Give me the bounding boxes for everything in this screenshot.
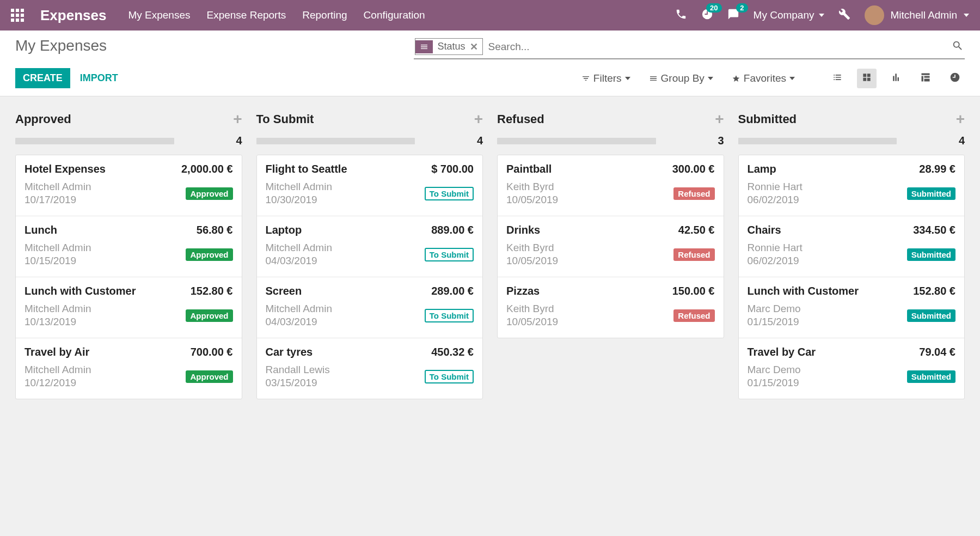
status-badge: Submitted	[907, 309, 955, 322]
groupby-facet-icon	[415, 40, 433, 53]
expense-card[interactable]: Car tyres 450.32 € Randall Lewis 03/15/2…	[257, 338, 483, 399]
status-badge: To Submit	[425, 187, 474, 200]
card-amount: 28.99 €	[919, 163, 955, 175]
expense-card[interactable]: Paintball 300.00 € Keith Byrd 10/05/2019…	[498, 155, 724, 216]
search-input[interactable]	[483, 39, 952, 55]
menu-expense-reports[interactable]: Expense Reports	[206, 9, 286, 21]
expense-card[interactable]: Lunch with Customer 152.80 € Mitchell Ad…	[16, 277, 242, 338]
status-badge: Approved	[186, 187, 232, 200]
search-icon[interactable]	[952, 40, 964, 54]
card-amount: 79.04 €	[919, 346, 955, 358]
expense-card[interactable]: Drinks 42.50 € Keith Byrd 10/05/2019 Ref…	[498, 216, 724, 277]
status-badge: To Submit	[425, 370, 474, 383]
card-amount: 56.80 €	[197, 224, 233, 236]
column-progress[interactable]	[497, 138, 656, 144]
kanban-board: Approved + 4 Hotel Expenses 2,000.00 € M…	[0, 96, 980, 413]
card-title: Pizzas	[506, 285, 540, 297]
expense-card[interactable]: Laptop 889.00 € Mitchell Admin 04/03/201…	[257, 216, 483, 277]
card-person: Randall Lewis	[266, 364, 330, 376]
menu-reporting[interactable]: Reporting	[302, 9, 347, 21]
messages-icon[interactable]: 2	[727, 8, 739, 22]
card-title: Lunch	[24, 224, 57, 236]
phone-icon[interactable]	[675, 8, 687, 22]
company-name: My Company	[754, 9, 814, 21]
column-add-button[interactable]: +	[233, 111, 242, 128]
card-date: 01/15/2019	[748, 316, 801, 328]
expense-card[interactable]: Lunch with Customer 152.80 € Marc Demo 0…	[739, 277, 965, 338]
top-menu: My Expenses Expense Reports Reporting Co…	[128, 9, 425, 21]
expense-card[interactable]: Screen 289.00 € Mitchell Admin 04/03/201…	[257, 277, 483, 338]
view-activity-button[interactable]	[945, 69, 965, 88]
menu-my-expenses[interactable]: My Expenses	[128, 9, 190, 21]
apps-menu-icon[interactable]	[11, 9, 24, 22]
column-count: 3	[718, 135, 724, 147]
card-date: 01/15/2019	[748, 377, 801, 389]
activity-icon[interactable]: 20	[701, 8, 713, 22]
card-list: Hotel Expenses 2,000.00 € Mitchell Admin…	[15, 155, 242, 399]
card-title: Paintball	[506, 163, 552, 175]
expense-card[interactable]: Pizzas 150.00 € Keith Byrd 10/05/2019 Re…	[498, 277, 724, 338]
card-person: Keith Byrd	[506, 181, 558, 193]
groupby-dropdown[interactable]: Group By	[649, 72, 713, 84]
card-date: 10/15/2019	[24, 255, 91, 267]
expense-card[interactable]: Lunch 56.80 € Mitchell Admin 10/15/2019 …	[16, 216, 242, 277]
column-title[interactable]: To Submit	[256, 112, 314, 126]
card-list: Paintball 300.00 € Keith Byrd 10/05/2019…	[497, 155, 724, 338]
card-title: Chairs	[748, 224, 781, 236]
filters-dropdown[interactable]: Filters	[581, 72, 630, 84]
view-kanban-button[interactable]	[857, 69, 877, 88]
expense-card[interactable]: Chairs 334.50 € Ronnie Hart 06/02/2019 S…	[739, 216, 965, 277]
column-title[interactable]: Submitted	[738, 112, 797, 126]
import-button[interactable]: IMPORT	[80, 72, 118, 84]
debug-icon[interactable]	[838, 8, 850, 22]
view-graph-button[interactable]	[886, 69, 906, 88]
card-date: 10/13/2019	[24, 316, 91, 328]
column-add-button[interactable]: +	[474, 111, 483, 128]
column-progress[interactable]	[15, 138, 174, 144]
card-person: Keith Byrd	[506, 242, 558, 254]
column-title[interactable]: Refused	[497, 112, 544, 126]
facet-remove-button[interactable]: ✕	[470, 41, 482, 53]
column-progress[interactable]	[738, 138, 897, 144]
expense-card[interactable]: Flight to Seattle $ 700.00 Mitchell Admi…	[257, 155, 483, 216]
card-person: Ronnie Hart	[748, 181, 803, 193]
card-title: Travel by Car	[748, 346, 816, 358]
expense-card[interactable]: Hotel Expenses 2,000.00 € Mitchell Admin…	[16, 155, 242, 216]
card-person: Mitchell Admin	[266, 303, 333, 315]
card-person: Ronnie Hart	[748, 242, 803, 254]
column-count: 4	[236, 135, 242, 147]
card-person: Mitchell Admin	[24, 181, 91, 193]
filters-label: Filters	[593, 72, 622, 84]
column-progress[interactable]	[256, 138, 415, 144]
card-title: Car tyres	[266, 346, 313, 358]
menu-configuration[interactable]: Configuration	[364, 9, 425, 21]
column-count: 4	[959, 135, 965, 147]
card-person: Marc Demo	[748, 303, 801, 315]
status-badge: Submitted	[907, 187, 955, 200]
company-selector[interactable]: My Company	[754, 9, 824, 21]
card-amount: 152.80 €	[913, 285, 955, 297]
card-title: Hotel Expenses	[24, 163, 106, 175]
card-person: Mitchell Admin	[266, 181, 333, 193]
user-menu[interactable]: Mitchell Admin	[865, 5, 970, 25]
chevron-down-icon	[625, 77, 630, 80]
search-facet-status: Status ✕	[415, 38, 482, 55]
view-pivot-button[interactable]	[916, 69, 935, 88]
card-person: Mitchell Admin	[24, 364, 91, 376]
view-list-button[interactable]	[828, 69, 847, 88]
status-badge: Approved	[186, 370, 232, 383]
card-person: Mitchell Admin	[24, 242, 91, 254]
expense-card[interactable]: Lamp 28.99 € Ronnie Hart 06/02/2019 Subm…	[739, 155, 965, 216]
card-list: Lamp 28.99 € Ronnie Hart 06/02/2019 Subm…	[738, 155, 965, 399]
app-title[interactable]: Expenses	[40, 7, 106, 24]
control-panel: My Expenses Status ✕ CREATE IMPORT Filte…	[0, 31, 980, 96]
expense-card[interactable]: Travel by Car 79.04 € Marc Demo 01/15/20…	[739, 338, 965, 399]
create-button[interactable]: CREATE	[15, 68, 70, 88]
card-list: Flight to Seattle $ 700.00 Mitchell Admi…	[256, 155, 483, 399]
expense-card[interactable]: Travel by Air 700.00 € Mitchell Admin 10…	[16, 338, 242, 399]
card-date: 10/05/2019	[506, 255, 558, 267]
favorites-dropdown[interactable]: Favorites	[732, 72, 795, 84]
column-add-button[interactable]: +	[715, 111, 724, 128]
column-add-button[interactable]: +	[956, 111, 965, 128]
column-title[interactable]: Approved	[15, 112, 71, 126]
